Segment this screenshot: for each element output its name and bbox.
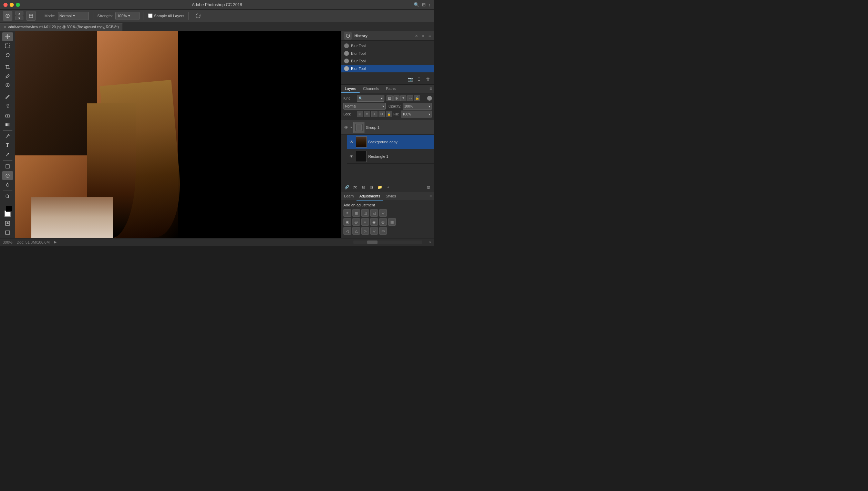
minimize-button[interactable] — [10, 3, 14, 7]
adj-colorbal-btn[interactable]: ◎ — [352, 218, 360, 226]
blur-tool-icon[interactable] — [3, 11, 12, 21]
filter-smart-btn[interactable]: 🔒 — [414, 95, 420, 101]
tab-learn[interactable]: Learn — [341, 192, 356, 201]
adj-posterize-btn[interactable]: △ — [352, 227, 360, 235]
layer-adjust-btn[interactable]: ◑ — [368, 184, 375, 191]
kind-dropdown[interactable]: 🔍 ▾ — [357, 95, 384, 102]
scrollbar-thumb[interactable] — [367, 241, 378, 244]
adj-vibrance-btn[interactable]: ▽ — [379, 209, 387, 217]
history-panel-expand[interactable]: » — [422, 33, 424, 38]
adj-panel-menu[interactable]: ≡ — [427, 192, 434, 201]
layer-delete-btn[interactable]: 🗑 — [425, 184, 432, 191]
adj-colorlook-btn[interactable]: ▦ — [388, 218, 396, 226]
filter-adjust-btn[interactable]: ◑ — [393, 95, 400, 101]
layer-item-bg-copy[interactable]: 👁 Background copy — [347, 135, 434, 149]
adj-channelmix-btn[interactable]: ◍ — [379, 218, 387, 226]
search-icon[interactable]: 🔍 — [414, 2, 419, 7]
blur-tool-btn[interactable] — [2, 171, 13, 180]
history-panel-menu[interactable]: ≡ — [428, 33, 431, 39]
layer-mask-btn[interactable]: ⊡ — [360, 184, 367, 191]
arrange-icon[interactable]: ⊞ — [422, 2, 426, 7]
lock-paint-btn[interactable]: ✏ — [364, 111, 370, 117]
small-tool-btn2[interactable]: ▼ — [15, 16, 23, 20]
history-panel-close[interactable]: × — [415, 33, 418, 39]
layers-panel-menu[interactable]: ≡ — [427, 85, 434, 93]
history-delete-btn[interactable]: 🗑 — [424, 75, 432, 83]
history-item-active[interactable]: Blur Tool — [341, 65, 434, 72]
tab-paths[interactable]: Paths — [383, 85, 399, 93]
history-item[interactable]: Blur Tool — [341, 57, 434, 65]
tab-adjustments[interactable]: Adjustments — [356, 192, 383, 201]
layer-item-group1[interactable]: 👁 ▾ Group 1 — [341, 120, 434, 135]
dodge-tool-btn[interactable] — [2, 181, 13, 189]
status-nav-arrow[interactable]: ▶ — [54, 240, 56, 244]
brush-tool-btn[interactable] — [2, 93, 13, 101]
mode-dropdown[interactable]: Normal ▾ — [58, 12, 89, 20]
lasso-tool-btn[interactable] — [2, 51, 13, 60]
maximize-button[interactable] — [16, 3, 20, 7]
opacity-dropdown[interactable]: 100% ▾ — [403, 103, 432, 110]
layer-eye-group1[interactable]: 👁 — [343, 125, 349, 130]
scrollbar-h[interactable] — [353, 241, 422, 244]
lock-artboard-btn[interactable]: ⊡ — [379, 111, 385, 117]
cloud-icon[interactable]: ↑ — [428, 2, 431, 7]
small-tool-btn[interactable]: ▲ — [15, 11, 23, 16]
marquee-tool-btn[interactable] — [2, 42, 13, 50]
sample-all-layers-checkbox[interactable] — [148, 13, 153, 18]
adj-levels-btn[interactable]: ▦ — [352, 209, 360, 217]
shape-tool-btn[interactable] — [2, 162, 13, 171]
filter-shape-btn[interactable]: ▭ — [407, 95, 413, 101]
fill-dropdown[interactable]: 100% ▾ — [401, 111, 432, 117]
stamp-tool-btn[interactable] — [2, 102, 13, 111]
path-select-btn[interactable] — [2, 151, 13, 159]
doc-tab-close[interactable]: × — [4, 25, 6, 30]
screen-mode-btn[interactable] — [2, 228, 13, 237]
tab-layers[interactable]: Layers — [341, 85, 360, 93]
layer-eye-rect1[interactable]: 👁 — [349, 154, 354, 159]
tab-channels[interactable]: Channels — [360, 85, 382, 93]
history-item[interactable]: Blur Tool — [341, 50, 434, 57]
layer-link-btn[interactable]: 🔗 — [343, 184, 350, 191]
layer-eye-bg-copy[interactable]: 👁 — [349, 139, 354, 145]
lock-all-btn[interactable]: 🔒 — [386, 111, 392, 117]
healing-tool-btn[interactable] — [2, 81, 13, 90]
history-snapshot-btn[interactable]: 📷 — [406, 75, 414, 83]
adj-exposure-btn[interactable]: ◱ — [370, 209, 378, 217]
close-button[interactable] — [3, 3, 8, 7]
adj-photofilter-btn[interactable]: ◉ — [370, 218, 378, 226]
history-item[interactable]: Blur Tool — [341, 42, 434, 50]
eyedropper-tool-btn[interactable] — [2, 72, 13, 80]
rotate-icon[interactable] — [193, 11, 203, 21]
adj-curves-btn[interactable]: ◫ — [361, 209, 369, 217]
strength-dropdown[interactable]: 100% ▾ — [115, 12, 140, 20]
tab-styles[interactable]: Styles — [383, 192, 399, 201]
lock-move-btn[interactable]: ✛ — [371, 111, 378, 117]
adj-hsl-btn[interactable]: ▣ — [343, 218, 351, 226]
zoom-tool-btn[interactable] — [2, 192, 13, 201]
layer-folder-btn[interactable]: 📁 — [376, 184, 383, 191]
adj-invert-btn[interactable]: ◁ — [343, 227, 351, 235]
filter-text-btn[interactable]: T — [400, 95, 406, 101]
brush-mode-btn[interactable] — [26, 11, 36, 21]
document-tab[interactable]: × adult-attractive-beautiful-61120.jpg @… — [0, 23, 123, 31]
layer-fx-btn[interactable]: fx — [352, 184, 359, 191]
eraser-tool-btn[interactable] — [2, 111, 13, 120]
layer-item-rect1[interactable]: 👁 Rectangle 1 — [347, 149, 434, 164]
crop-tool-btn[interactable] — [2, 62, 13, 71]
canvas-close[interactable]: × — [429, 240, 431, 244]
layer-expand-arrow[interactable]: ▾ — [350, 125, 352, 129]
filter-toggle[interactable] — [427, 96, 432, 101]
layer-new-btn[interactable]: + — [385, 184, 392, 191]
quick-mask-btn[interactable] — [2, 219, 13, 227]
history-camera-btn[interactable]: 🗒 — [415, 75, 423, 83]
adj-selective-btn[interactable]: ▭ — [379, 227, 387, 235]
adj-brightness-btn[interactable]: ☀ — [343, 209, 351, 217]
filter-pixel-btn[interactable]: 🖼 — [386, 95, 393, 101]
adj-threshold-btn[interactable]: ▷ — [361, 227, 369, 235]
blend-mode-dropdown[interactable]: Normal ▾ — [343, 103, 386, 110]
adj-gradientmap-btn[interactable]: ▽ — [370, 227, 378, 235]
move-tool-btn[interactable] — [2, 32, 13, 41]
gradient-tool-btn[interactable] — [2, 120, 13, 129]
foreground-color[interactable] — [6, 206, 12, 212]
adj-bw-btn[interactable]: ▪ — [361, 218, 369, 226]
